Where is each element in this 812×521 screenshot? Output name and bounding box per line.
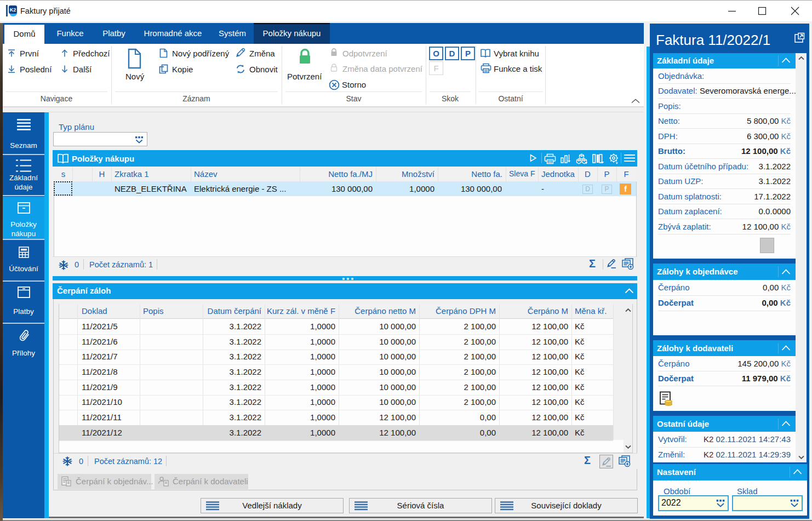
svg-text:K2: K2 <box>10 7 16 13</box>
